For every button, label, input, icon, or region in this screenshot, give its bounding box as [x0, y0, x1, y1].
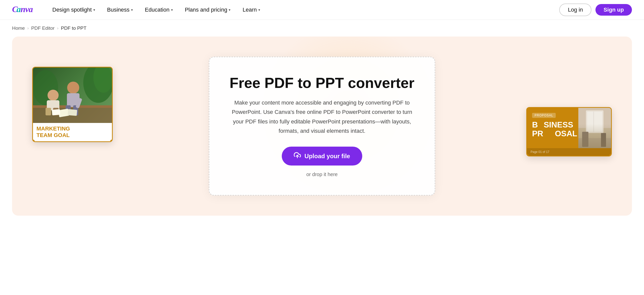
- breadcrumb: Home › PDF Editor › PDF to PPT: [0, 20, 644, 37]
- nav-label-education: Education: [145, 7, 170, 13]
- chevron-down-icon: ▾: [171, 8, 173, 12]
- svg-marker-21: [606, 107, 611, 107]
- right-card-content: PROPOSAL BUSINESS PROPOSAL: [527, 108, 611, 148]
- nav-label-design-spotlight: Design spotlight: [52, 7, 92, 13]
- upload-file-button[interactable]: Upload your file: [282, 147, 362, 166]
- cursor-pointer: [77, 142, 84, 142]
- svg-rect-29: [601, 133, 606, 147]
- left-card-image: [33, 68, 112, 123]
- right-card-image: [578, 108, 611, 148]
- converter-description: Make your content more accessible and en…: [231, 98, 413, 136]
- svg-marker-20: [77, 142, 83, 142]
- chevron-down-icon: ▾: [93, 8, 95, 12]
- right-decorative-card: Phillipa PROPOSAL BUSINESS PROPOSAL: [526, 107, 612, 156]
- nav-item-education[interactable]: Education ▾: [139, 5, 178, 15]
- nav-item-learn[interactable]: Learn ▾: [237, 5, 265, 15]
- svg-text:nva: nva: [21, 5, 33, 14]
- svg-point-8: [48, 90, 59, 101]
- chevron-down-icon: ▾: [258, 8, 260, 12]
- svg-text:a: a: [17, 5, 21, 14]
- svg-rect-25: [587, 112, 602, 132]
- upload-button-label: Upload your file: [304, 153, 350, 160]
- breadcrumb-separator-1: ›: [27, 26, 29, 30]
- nav-label-learn: Learn: [243, 7, 257, 13]
- nav-item-business[interactable]: Business ▾: [102, 5, 138, 15]
- hero-section: MARKETING TEAM GOAL Max Phillipa PROPOSA…: [12, 37, 632, 216]
- left-card-text: MARKETING TEAM GOAL: [33, 123, 112, 141]
- corner-handle-br: [110, 140, 113, 142]
- left-decorative-card: MARKETING TEAM GOAL Max: [32, 67, 113, 142]
- svg-rect-10: [46, 108, 51, 115]
- nav-item-design-spotlight[interactable]: Design spotlight ▾: [47, 5, 101, 15]
- breadcrumb-pdf-editor[interactable]: PDF Editor: [31, 25, 55, 31]
- corner-handle-br-right: [609, 154, 612, 156]
- nav-menu: Design spotlight ▾ Business ▾ Education …: [47, 5, 559, 15]
- canva-logo[interactable]: C a nva: [12, 4, 35, 16]
- svg-rect-18: [68, 109, 77, 116]
- converter-title: Free PDF to PPT converter: [229, 75, 415, 91]
- chevron-down-icon: ▾: [131, 8, 133, 12]
- nav-label-plans-pricing: Plans and pricing: [185, 7, 227, 13]
- chevron-down-icon: ▾: [229, 8, 230, 12]
- upload-icon: [294, 152, 301, 160]
- converter-card: Free PDF to PPT converter Make your cont…: [209, 57, 435, 195]
- right-card-title: BUSINESS PROPOSAL: [532, 120, 576, 138]
- login-button[interactable]: Log in: [559, 4, 591, 16]
- drop-text: or drop it here: [229, 172, 415, 177]
- svg-rect-27: [578, 138, 611, 148]
- svg-rect-19: [52, 109, 60, 115]
- nav-actions: Log in Sign up: [559, 4, 632, 16]
- svg-rect-26: [593, 112, 594, 132]
- left-card-title: MARKETING TEAM GOAL: [36, 125, 108, 139]
- right-card-proposal-label: PROPOSAL: [532, 113, 556, 118]
- navbar: C a nva Design spotlight ▾ Business ▾ Ed…: [0, 0, 644, 20]
- nav-label-business: Business: [107, 7, 130, 13]
- signup-button[interactable]: Sign up: [595, 4, 632, 16]
- breadcrumb-home[interactable]: Home: [12, 25, 25, 31]
- breadcrumb-current: PDF to PPT: [61, 25, 86, 31]
- svg-rect-23: [578, 128, 611, 148]
- svg-rect-28: [582, 132, 588, 147]
- svg-point-12: [67, 82, 79, 94]
- right-card-footer: Page 01 of 17: [527, 148, 611, 156]
- breadcrumb-separator-2: ›: [57, 26, 58, 30]
- nav-item-plans-pricing[interactable]: Plans and pricing ▾: [179, 5, 236, 15]
- right-card-photo: [578, 108, 611, 148]
